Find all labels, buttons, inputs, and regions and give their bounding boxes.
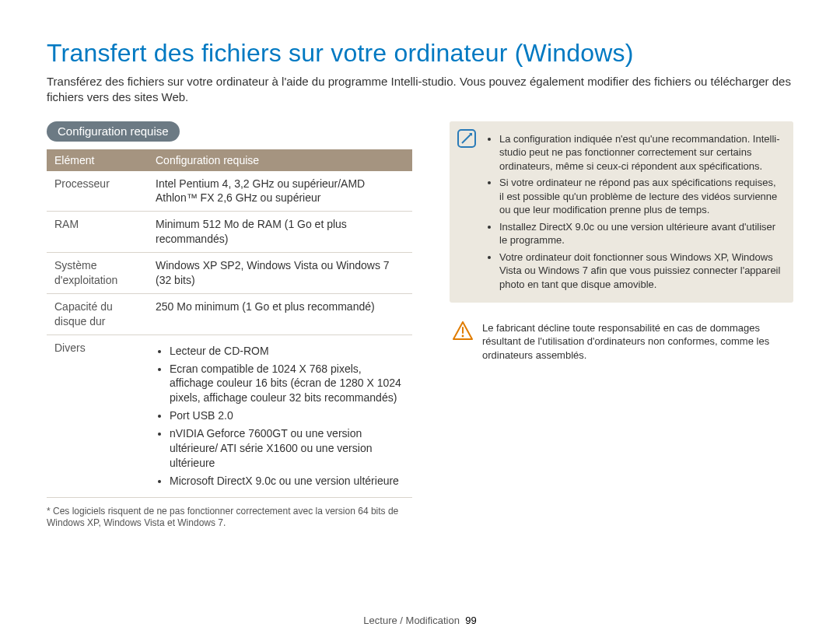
table-row: Système d'exploitation Windows XP SP2, W…	[47, 253, 412, 294]
th-config: Configuration requise	[148, 149, 412, 171]
cell-processor-value: Intel Pentium 4, 3,2 GHz ou supérieur/AM…	[148, 171, 412, 212]
svg-point-4	[462, 335, 464, 337]
misc-item: nVIDIA Geforce 7600GT ou une version ult…	[170, 426, 404, 471]
table-row: Processeur Intel Pentium 4, 3,2 GHz ou s…	[47, 171, 412, 212]
warning-text: Le fabricant décline toute responsabilit…	[482, 321, 790, 363]
svg-line-0	[462, 134, 471, 143]
cell-misc-label: Divers	[47, 335, 148, 497]
cell-processor-label: Processeur	[47, 171, 148, 212]
note-item: Installez DirectX 9.0c ou une version ul…	[499, 220, 782, 247]
page-footer: Lecture / Modification 99	[0, 615, 840, 626]
misc-item: Microsoft DirectX 9.0c ou une version ul…	[170, 474, 404, 489]
table-row: Divers Lecteur de CD-ROM Ecran compatibl…	[47, 335, 412, 497]
warning-box: Le fabricant décline toute responsabilit…	[450, 320, 793, 364]
note-item: Si votre ordinateur ne répond pas aux sp…	[499, 176, 782, 217]
note-box: La configuration indiquée n'est qu'une r…	[450, 121, 793, 303]
config-pill: Configuration requise	[47, 121, 180, 142]
th-element: Elément	[47, 149, 148, 171]
note-item: La configuration indiquée n'est qu'une r…	[499, 132, 782, 173]
intro-text: Transférez des fichiers sur votre ordina…	[47, 74, 793, 106]
note-icon	[457, 129, 476, 148]
cell-os-label: Système d'exploitation	[47, 253, 148, 294]
cell-ram-value: Minimum 512 Mo de RAM (1 Go et plus reco…	[148, 212, 412, 253]
cell-misc-value: Lecteur de CD-ROM Ecran compatible de 10…	[148, 335, 412, 497]
misc-item: Ecran compatible de 1024 X 768 pixels, a…	[170, 362, 404, 406]
misc-item: Port USB 2.0	[170, 408, 404, 423]
cell-disk-value: 250 Mo minimum (1 Go et plus recommandé)	[148, 293, 412, 335]
table-row: RAM Minimum 512 Mo de RAM (1 Go et plus …	[47, 212, 412, 253]
cell-os-value: Windows XP SP2, Windows Vista ou Windows…	[148, 253, 412, 294]
note-item: Votre ordinateur doit fonctionner sous W…	[499, 250, 782, 292]
cell-disk-label: Capacité du disque dur	[47, 293, 148, 335]
page-title: Transfert des fichiers sur votre ordinat…	[47, 39, 793, 68]
cell-ram-label: RAM	[47, 212, 148, 253]
footer-section: Lecture / Modification	[363, 615, 460, 626]
footer-page-number: 99	[465, 615, 476, 626]
requirements-table: Elément Configuration requise Processeur…	[47, 149, 412, 498]
misc-item: Lecteur de CD-ROM	[170, 344, 404, 359]
warning-icon	[453, 321, 473, 340]
table-row: Capacité du disque dur 250 Mo minimum (1…	[47, 293, 412, 335]
footnote: * Ces logiciels risquent de ne pas fonct…	[47, 506, 412, 530]
